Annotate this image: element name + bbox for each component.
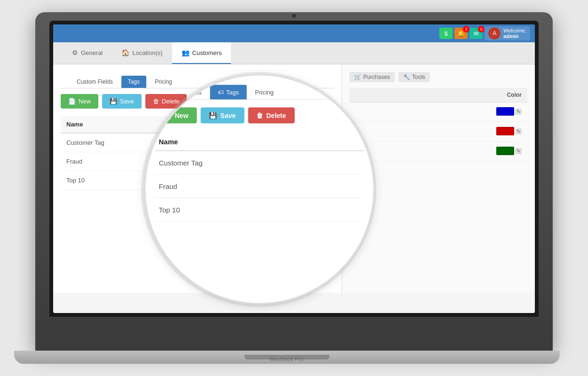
macbook-label: MacBook Pro (270, 357, 303, 362)
user-greeting: Welcome, admin (503, 28, 526, 39)
tabs-bar: ⚙ General 🏠 Location(s) 👥 Customers (53, 42, 535, 64)
tab-general-label: General (81, 49, 103, 56)
swatch-edit-icon[interactable]: ✎ (515, 148, 522, 154)
dollar-icon-btn[interactable]: $ (439, 28, 453, 39)
sub-tabs: Custom Fields Tags Pricing (61, 72, 334, 88)
right-panel: 🛒 Purchases 🔧 Tools (342, 64, 535, 293)
color-swatch-btn-2[interactable]: ✎ (496, 127, 522, 135)
home-icon: 🏠 (121, 49, 129, 56)
sub-tab-tags[interactable]: Tags (121, 76, 146, 88)
camera (292, 14, 296, 18)
screen-content: ⚙ General 🏠 Location(s) 👥 Customers (53, 42, 535, 313)
tab-general[interactable]: ⚙ General (63, 42, 112, 64)
purchases-icon: 🛒 (354, 74, 361, 80)
color-swatch-1 (496, 107, 514, 116)
content-area: Custom Fields Tags Pricing 📄 New (53, 64, 535, 293)
laptop-screen: $ 🔔 2 ✉ 0 A Welcome, admin (53, 24, 535, 313)
action-buttons: 📄 New 💾 Save 🗑 Delete (61, 94, 334, 109)
mail-badge-count: 0 (478, 26, 485, 32)
gear-icon: ⚙ (72, 49, 78, 56)
table-row[interactable]: Fraud (61, 152, 334, 171)
color-row[interactable]: ✎ (350, 102, 527, 122)
table-row[interactable]: Customer Tag (61, 133, 334, 152)
row-name: Customer Tag (61, 133, 334, 152)
tab-customers[interactable]: 👥 Customers (172, 42, 231, 64)
avatar: A (488, 27, 501, 39)
swatch-edit-icon[interactable]: ✎ (515, 109, 522, 115)
tab-locations-label: Location(s) (132, 49, 162, 56)
delete-button[interactable]: 🗑 Delete (145, 94, 187, 109)
left-panel: Custom Fields Tags Pricing 📄 New (53, 64, 342, 293)
tab-customers-label: Customers (192, 49, 222, 56)
table-row[interactable]: Top 10 (61, 171, 334, 190)
swatch-edit-icon[interactable]: ✎ (515, 128, 522, 134)
color-row[interactable]: ✎ (350, 122, 527, 142)
name-column-header: Name (61, 116, 334, 133)
laptop-outer: $ 🔔 2 ✉ 0 A Welcome, admin (35, 12, 553, 351)
new-icon: 📄 (68, 98, 76, 105)
sub-tab-custom-fields[interactable]: Custom Fields (70, 76, 119, 88)
save-button[interactable]: 💾 Save (102, 94, 142, 109)
tools-icon: 🔧 (403, 74, 410, 80)
mail-badge: ✉ 0 (469, 28, 483, 39)
customers-icon: 👥 (182, 49, 190, 56)
screen-bezel: $ 🔔 2 ✉ 0 A Welcome, admin (49, 21, 539, 317)
color-swatch-3 (496, 147, 514, 155)
row-name: Fraud (61, 152, 334, 171)
color-swatch-2 (496, 127, 514, 135)
bell-badge: 🔔 2 (454, 28, 468, 39)
laptop-base: MacBook Pro (14, 351, 560, 364)
user-menu[interactable]: A Welcome, admin (485, 26, 530, 40)
new-button[interactable]: 📄 New (61, 94, 98, 109)
color-swatch-btn-1[interactable]: ✎ (496, 107, 522, 116)
laptop-container: $ 🔔 2 ✉ 0 A Welcome, admin (28, 12, 560, 364)
save-icon: 💾 (110, 98, 117, 105)
top-navbar: $ 🔔 2 ✉ 0 A Welcome, admin (53, 24, 535, 42)
sub-tab-pricing[interactable]: Pricing (148, 76, 179, 88)
tab-locations[interactable]: 🏠 Location(s) (112, 42, 172, 64)
tools-tool[interactable]: 🔧 Tools (398, 72, 430, 82)
color-table: Color ✎ (350, 88, 527, 162)
purchases-tool[interactable]: 🛒 Purchases (350, 72, 395, 82)
row-name: Top 10 (61, 171, 334, 190)
delete-icon: 🗑 (153, 98, 159, 105)
color-row[interactable]: ✎ (350, 142, 527, 162)
right-panel-toolbar: 🛒 Purchases 🔧 Tools (350, 72, 527, 82)
color-swatch-btn-3[interactable]: ✎ (496, 147, 522, 155)
color-column-header: Color (350, 88, 527, 102)
tags-table: Name Customer Tag Fraud (61, 116, 334, 190)
bell-badge-count: 2 (463, 26, 469, 32)
